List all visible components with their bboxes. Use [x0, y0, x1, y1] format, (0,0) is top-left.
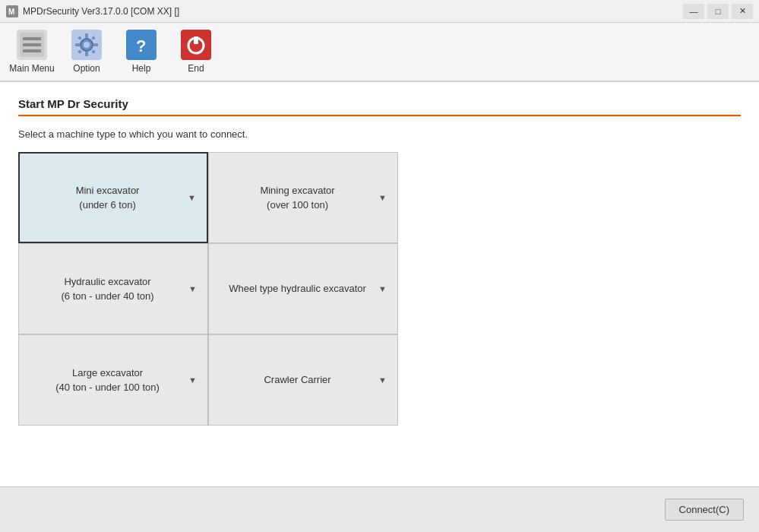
connect-button[interactable]: Connect(C)	[665, 499, 744, 521]
main-menu-label: Main Menu	[9, 63, 54, 74]
machine-grid: Mini excavator(under 6 ton) ▼ Mining exc…	[18, 152, 398, 426]
svg-rect-22	[194, 36, 198, 44]
svg-rect-5	[23, 49, 41, 52]
window-title: MPDrSecurity Ver3.17.0.0 [COM XX] []	[23, 6, 179, 17]
toolbar: Main Menu Option	[0, 23, 759, 82]
bottom-bar: Connect(C)	[0, 486, 759, 532]
toolbar-end[interactable]: End	[170, 26, 222, 78]
toolbar-help[interactable]: ? Help	[115, 26, 167, 78]
title-bar: M MPDrSecurity Ver3.17.0.0 [COM XX] [] —…	[0, 0, 759, 23]
machine-arrow-hydraulic-excavator: ▼	[188, 284, 197, 293]
app-icon: M	[6, 5, 18, 17]
machine-label-large-excavator: Large excavator(40 ton - under 100 ton)	[30, 366, 185, 395]
section-title: Start MP Dr Security	[18, 97, 741, 110]
toolbar-option[interactable]: Option	[61, 26, 112, 78]
svg-rect-4	[23, 43, 41, 46]
machine-arrow-wheel-type: ▼	[378, 284, 387, 293]
section-divider	[18, 115, 741, 116]
machine-hydraulic-excavator[interactable]: Hydraulic excavator(6 ton - under 40 ton…	[18, 243, 208, 334]
machine-arrow-mining-excavator: ▼	[378, 193, 387, 202]
close-button[interactable]: ✕	[732, 4, 753, 19]
minimize-button[interactable]: —	[683, 4, 704, 19]
svg-rect-10	[85, 52, 88, 56]
svg-rect-3	[23, 37, 41, 40]
end-label: End	[188, 63, 204, 74]
title-bar-controls: — □ ✕	[683, 4, 753, 19]
machine-wheel-type[interactable]: Wheel type hydraulic excavator ▼	[208, 243, 398, 334]
option-label: Option	[73, 63, 100, 74]
main-content: Start MP Dr Security Select a machine ty…	[0, 82, 759, 486]
machine-crawler-carrier[interactable]: Crawler Carrier ▼	[208, 334, 398, 426]
svg-text:M: M	[8, 8, 14, 16]
maximize-button[interactable]: □	[707, 4, 729, 19]
machine-arrow-crawler-carrier: ▼	[378, 375, 387, 385]
machine-label-crawler-carrier: Crawler Carrier	[220, 372, 375, 388]
help-icon: ?	[126, 30, 157, 60]
svg-rect-12	[93, 43, 98, 46]
svg-rect-11	[75, 43, 80, 46]
end-icon	[181, 30, 211, 60]
toolbar-main-menu[interactable]: Main Menu	[6, 26, 58, 78]
title-bar-left: M MPDrSecurity Ver3.17.0.0 [COM XX] []	[6, 5, 179, 17]
main-menu-icon	[17, 30, 47, 60]
option-icon	[71, 30, 102, 60]
svg-point-8	[84, 42, 90, 48]
svg-rect-9	[85, 33, 88, 38]
machine-mining-excavator[interactable]: Mining excavator(over 100 ton) ▼	[208, 152, 398, 243]
machine-label-mini-excavator: Mini excavator(under 6 ton)	[30, 183, 185, 213]
machine-label-hydraulic-excavator: Hydraulic excavator(6 ton - under 40 ton…	[30, 274, 185, 304]
machine-label-wheel-type: Wheel type hydraulic excavator	[220, 281, 375, 296]
machine-arrow-large-excavator: ▼	[188, 375, 197, 385]
machine-large-excavator[interactable]: Large excavator(40 ton - under 100 ton) …	[18, 334, 208, 426]
machine-arrow-mini-excavator: ▼	[188, 193, 196, 202]
machine-label-mining-excavator: Mining excavator(over 100 ton)	[220, 183, 375, 213]
machine-mini-excavator[interactable]: Mini excavator(under 6 ton) ▼	[18, 152, 208, 243]
help-label: Help	[132, 63, 151, 74]
subtitle: Select a machine type to which you want …	[18, 128, 741, 140]
svg-text:?: ?	[136, 36, 146, 55]
